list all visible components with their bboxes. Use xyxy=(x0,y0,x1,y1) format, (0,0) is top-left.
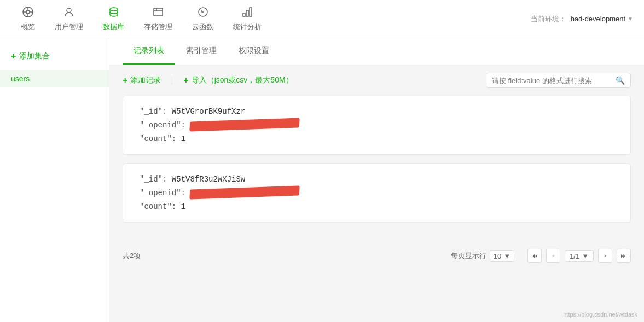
prev-page-button[interactable]: ‹ xyxy=(546,249,560,263)
page-info: 1/1 xyxy=(570,252,579,260)
nav-label-database: 数据库 xyxy=(103,22,124,32)
nav-item-users[interactable]: 用户管理 xyxy=(45,0,93,38)
sidebar: + 添加集合 users xyxy=(0,38,109,322)
field-key: "count": xyxy=(140,202,176,211)
per-page-value: 10 xyxy=(494,252,501,260)
page-current[interactable]: 1/1 ▼ xyxy=(565,250,594,262)
field-value: W5tVGrorBK9ufXzr xyxy=(172,107,245,116)
pagination: 每页显示行 10 ▼ ⏮ ‹ 1/1 ▼ › ⏭ xyxy=(451,249,631,263)
record-field: "count": 1 xyxy=(140,202,614,211)
footer: 共2项 每页显示行 10 ▼ ⏮ ‹ 1/1 ▼ › ⏭ xyxy=(109,242,644,270)
toolbar-divider xyxy=(172,76,172,85)
field-value: W5tV8fR3u2wXJiSw xyxy=(172,175,245,184)
record-field: "count": 1 xyxy=(140,134,614,143)
record-field: "_openid": xyxy=(140,188,614,198)
field-key: "_openid": xyxy=(140,121,185,130)
toolbar: + 添加记录 + 导入（json或csv，最大50M） 🔍 xyxy=(109,65,644,96)
field-key: "_openid": xyxy=(140,189,185,197)
plus-icon: + xyxy=(183,75,188,85)
storage-icon xyxy=(152,6,164,20)
record-card: "_id": W5tVGrorBK9ufXzr "_openid": "coun… xyxy=(123,96,631,155)
field-key: "_id": xyxy=(140,175,167,184)
svg-rect-8 xyxy=(154,8,163,16)
svg-rect-13 xyxy=(246,10,248,16)
sidebar-item-label: users xyxy=(11,74,30,83)
nav-item-stats[interactable]: 统计分析 xyxy=(223,0,271,38)
plus-icon: + xyxy=(123,75,127,85)
nav-label-stats: 统计分析 xyxy=(233,22,262,32)
add-record-label: 添加记录 xyxy=(130,75,161,85)
last-page-button[interactable]: ⏭ xyxy=(617,249,631,263)
add-record-button[interactable]: + 添加记录 xyxy=(123,75,161,85)
nav-item-storage[interactable]: 存储管理 xyxy=(134,0,182,38)
add-collection-label: 添加集合 xyxy=(19,51,50,61)
redacted-value xyxy=(190,118,300,132)
env-value[interactable]: had-development ▼ xyxy=(571,15,633,23)
field-key: "count": xyxy=(140,134,176,143)
chevron-down-icon: ▼ xyxy=(582,252,589,260)
watermark: https://blog.csdn.net/wtdask xyxy=(563,311,637,318)
record-field: "_openid": xyxy=(140,120,614,130)
total-count: 共2项 xyxy=(123,251,451,261)
overview-icon xyxy=(22,6,34,20)
stats-icon xyxy=(241,6,253,20)
sidebar-item-users[interactable]: users xyxy=(0,70,109,87)
search-icon: 🔍 xyxy=(616,76,625,85)
chevron-down-icon: ▼ xyxy=(628,16,633,22)
tabs-bar: 记录列表 索引管理 权限设置 xyxy=(109,38,644,65)
next-page-button[interactable]: › xyxy=(598,249,612,263)
nav-label-overview: 概览 xyxy=(21,22,35,32)
per-page-select[interactable]: 10 ▼ xyxy=(490,250,514,262)
per-page-label: 每页显示行 xyxy=(451,251,486,261)
field-value: 1 xyxy=(181,134,185,143)
import-label: 导入（json或csv，最大50M） xyxy=(192,75,293,85)
tab-permissions[interactable]: 权限设置 xyxy=(228,38,280,65)
record-field: "_id": W5tVGrorBK9ufXzr xyxy=(140,107,614,116)
record-field: "_id": W5tV8fR3u2wXJiSw xyxy=(140,175,614,184)
tab-records[interactable]: 记录列表 xyxy=(123,38,175,65)
search-input[interactable] xyxy=(492,77,612,85)
nav-item-database[interactable]: 数据库 xyxy=(93,0,134,38)
per-page-selector: 每页显示行 10 ▼ xyxy=(451,250,514,262)
chevron-down-icon: ▼ xyxy=(503,252,510,260)
tab-index[interactable]: 索引管理 xyxy=(175,38,228,65)
svg-point-1 xyxy=(26,10,30,14)
search-box[interactable]: 🔍 xyxy=(486,73,631,88)
top-navigation: 概览 用户管理 数据库 存储管理 xyxy=(0,0,644,38)
records-container: "_id": W5tVGrorBK9ufXzr "_openid": "coun… xyxy=(109,96,644,242)
nav-label-storage: 存储管理 xyxy=(144,22,172,32)
nav-label-cloudfunc: 云函数 xyxy=(192,22,213,32)
env-label: 当前环境： xyxy=(531,14,566,24)
field-key: "_id": xyxy=(140,107,167,116)
main-content: 记录列表 索引管理 权限设置 + 添加记录 + 导入（json或csv，最大50… xyxy=(109,38,644,322)
svg-point-7 xyxy=(110,8,118,11)
main-layout: + 添加集合 users 记录列表 索引管理 权限设置 + 添加记录 xyxy=(0,38,644,322)
record-card: "_id": W5tV8fR3u2wXJiSw "_openid": "coun… xyxy=(123,163,631,223)
redacted-value xyxy=(190,186,300,200)
nav-label-users: 用户管理 xyxy=(55,22,83,32)
environment-selector[interactable]: 当前环境： had-development ▼ xyxy=(531,14,633,24)
add-collection-button[interactable]: + 添加集合 xyxy=(0,47,109,66)
svg-rect-14 xyxy=(250,8,252,16)
database-icon xyxy=(108,6,120,20)
users-icon xyxy=(63,6,75,20)
cloudfunc-icon xyxy=(197,6,209,20)
field-value: 1 xyxy=(181,202,185,211)
plus-icon: + xyxy=(11,51,16,61)
nav-item-cloudfunc[interactable]: 云函数 xyxy=(182,0,223,38)
svg-rect-12 xyxy=(243,13,245,16)
svg-point-6 xyxy=(67,8,71,13)
first-page-button[interactable]: ⏮ xyxy=(527,249,542,263)
nav-item-overview[interactable]: 概览 xyxy=(11,0,45,38)
import-button[interactable]: + 导入（json或csv，最大50M） xyxy=(183,75,293,85)
